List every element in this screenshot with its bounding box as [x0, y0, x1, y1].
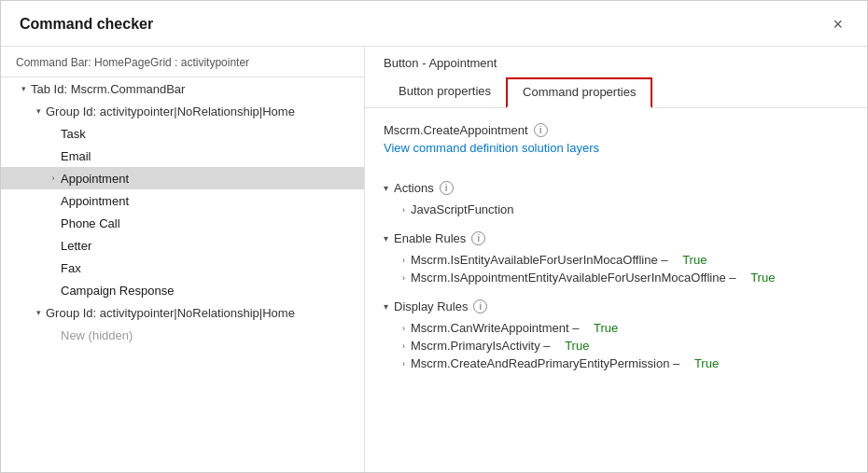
section-header-display-rules: ▾ Display Rules i	[384, 299, 848, 313]
chevron-icon: ›	[46, 171, 61, 186]
tree-label: Appointment	[61, 194, 129, 208]
tree-item-group1[interactable]: ▾ Group Id: activitypointer|NoRelationsh…	[1, 100, 364, 122]
tree-item-appointment-parent[interactable]: › Appointment	[1, 167, 364, 189]
section-label: Enable Rules	[394, 231, 466, 245]
chevron-icon: ▾	[31, 104, 46, 118]
tree-item-fax[interactable]: Fax	[1, 257, 364, 279]
info-icon[interactable]: i	[534, 123, 548, 137]
rule-value: True	[565, 339, 589, 353]
chevron-down-icon: ▾	[384, 233, 388, 243]
tree-label: New (hidden)	[61, 328, 133, 342]
tree-item-task[interactable]: Task	[1, 122, 364, 145]
chevron-icon: ▾	[31, 305, 46, 320]
tree-item-appointment[interactable]: Appointment	[1, 189, 364, 212]
right-panel-content: Mscrm.CreateAppointment i View command d…	[365, 108, 867, 472]
enable-rule-item-2[interactable]: › Mscrm.IsAppointmentEntityAvailableForU…	[384, 269, 848, 286]
tree-label: Letter	[61, 239, 91, 253]
tree-label: Fax	[61, 261, 81, 275]
chevron-right-icon: ›	[402, 273, 405, 283]
tree-container[interactable]: ▾ Tab Id: Mscrm.CommandBar ▾ Group Id: a…	[1, 77, 364, 472]
tree-label: Phone Call	[61, 216, 120, 230]
tree-item-new-hidden[interactable]: New (hidden)	[1, 324, 364, 346]
tree-item-email[interactable]: Email	[1, 145, 364, 167]
rule-label: Mscrm.PrimaryIsActivity –	[411, 339, 551, 353]
view-command-link[interactable]: View command definition solution layers	[384, 141, 599, 155]
tabs-container: Button properties Command properties	[384, 77, 848, 107]
chevron-right-icon: ›	[402, 256, 405, 265]
dialog-title: Command checker	[20, 16, 153, 33]
spacer	[46, 260, 61, 275]
right-panel-header: Button - Appointment Button properties C…	[365, 47, 867, 108]
rule-label: Mscrm.IsAppointmentEntityAvailableForUse…	[411, 271, 736, 285]
info-icon[interactable]: i	[473, 299, 487, 313]
section-header-actions: ▾ Actions i	[384, 181, 848, 195]
tree-label: Group Id: activitypointer|NoRelationship…	[46, 104, 295, 118]
dialog-header: Command checker ×	[1, 1, 867, 47]
display-rule-item-1[interactable]: › Mscrm.CanWriteAppointment – True	[384, 319, 848, 337]
spacer	[46, 283, 61, 298]
tree-label: Group Id: activitypointer|NoRelationship…	[46, 306, 295, 320]
rule-label: Mscrm.IsEntityAvailableForUserInMocaOffl…	[411, 253, 668, 267]
section-label: Actions	[394, 181, 434, 195]
tree-item-letter[interactable]: Letter	[1, 234, 364, 257]
chevron-right-icon: ›	[402, 205, 405, 215]
close-button[interactable]: ×	[827, 14, 848, 35]
chevron-icon: ▾	[16, 81, 31, 96]
chevron-down-icon: ▾	[384, 183, 388, 193]
tree-item-phonecall[interactable]: Phone Call	[1, 212, 364, 234]
tab-command-properties[interactable]: Command properties	[506, 77, 652, 108]
spacer	[46, 327, 61, 342]
tree-label: Task	[61, 127, 86, 141]
tree-label: Campaign Response	[61, 284, 174, 298]
right-panel: Button - Appointment Button properties C…	[365, 47, 867, 472]
spacer	[46, 126, 61, 141]
info-icon[interactable]: i	[471, 231, 485, 245]
tree-label: Appointment	[61, 172, 129, 186]
chevron-right-icon: ›	[402, 341, 405, 351]
spacer	[46, 238, 61, 253]
spacer	[46, 216, 61, 230]
rule-label: JavaScriptFunction	[411, 202, 514, 216]
section-actions: ▾ Actions i › JavaScriptFunction	[384, 181, 848, 218]
tree-item-group2[interactable]: ▾ Group Id: activitypointer|NoRelationsh…	[1, 301, 364, 324]
rule-value: True	[750, 271, 775, 285]
tree-item-tab[interactable]: ▾ Tab Id: Mscrm.CommandBar	[1, 77, 364, 100]
tree-label: Email	[61, 149, 91, 163]
display-rule-item-2[interactable]: › Mscrm.PrimaryIsActivity – True	[384, 337, 848, 355]
left-panel: Command Bar: HomePageGrid : activitypoin…	[1, 47, 365, 472]
section-display-rules: ▾ Display Rules i › Mscrm.CanWriteAppoin…	[384, 299, 848, 372]
button-title: Button - Appointment	[384, 56, 848, 70]
section-label: Display Rules	[394, 299, 468, 313]
action-item-javascript[interactable]: › JavaScriptFunction	[384, 201, 848, 218]
command-name-row: Mscrm.CreateAppointment i	[384, 123, 848, 137]
chevron-down-icon: ▾	[384, 301, 388, 312]
tab-button-properties[interactable]: Button properties	[384, 77, 506, 108]
display-rule-item-3[interactable]: › Mscrm.CreateAndReadPrimaryEntityPermis…	[384, 355, 848, 372]
info-icon[interactable]: i	[440, 181, 454, 195]
rule-label: Mscrm.CanWriteAppointment –	[411, 321, 579, 335]
left-panel-header: Command Bar: HomePageGrid : activitypoin…	[1, 47, 364, 77]
spacer	[46, 148, 61, 163]
dialog-body: Command Bar: HomePageGrid : activitypoin…	[1, 47, 867, 472]
tree-label: Tab Id: Mscrm.CommandBar	[31, 82, 185, 96]
command-checker-dialog: Command checker × Command Bar: HomePageG…	[0, 0, 868, 473]
rule-label: Mscrm.CreateAndReadPrimaryEntityPermissi…	[411, 356, 679, 370]
chevron-right-icon: ›	[402, 324, 405, 333]
command-name-text: Mscrm.CreateAppointment	[384, 123, 528, 137]
section-header-enable-rules: ▾ Enable Rules i	[384, 231, 848, 245]
rule-value: True	[594, 321, 618, 335]
rule-value: True	[694, 356, 719, 370]
rule-value: True	[682, 253, 707, 267]
enable-rule-item-1[interactable]: › Mscrm.IsEntityAvailableForUserInMocaOf…	[384, 251, 848, 269]
section-enable-rules: ▾ Enable Rules i › Mscrm.IsEntityAvailab…	[384, 231, 848, 286]
spacer	[46, 193, 61, 208]
tree-item-campaign[interactable]: Campaign Response	[1, 279, 364, 301]
chevron-right-icon: ›	[402, 359, 405, 369]
